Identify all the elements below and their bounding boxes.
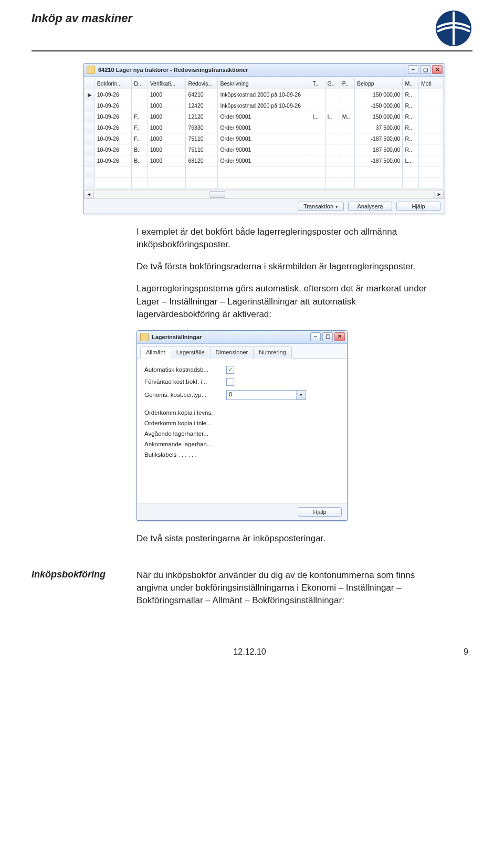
field-label: Avgående lagerhanter... <box>144 430 223 437</box>
table-cell: 1000 <box>148 155 186 166</box>
column-header[interactable]: Redovis... <box>186 78 218 89</box>
dialog-icon <box>140 333 149 341</box>
window-title-text: 64210 Lager nya traktorer - Redovisnings… <box>98 67 248 73</box>
table-cell: ▶ <box>85 89 95 100</box>
column-header[interactable]: T.. <box>310 78 325 89</box>
column-header[interactable]: Verifikati... <box>148 78 186 89</box>
form-row: Butikslabels . . . . . . <box>144 451 340 458</box>
table-cell: I.. <box>325 111 340 122</box>
table-cell <box>132 89 148 100</box>
column-header[interactable]: Belopp <box>354 78 403 89</box>
dropdown-value: 0 <box>227 391 296 400</box>
checkbox[interactable] <box>226 366 234 374</box>
analysera-button[interactable]: Analysera <box>348 202 392 211</box>
help-button[interactable]: Hjälp <box>396 202 440 211</box>
section-heading-inkopsbokforing: Inköpsbokföring <box>32 569 136 580</box>
minimize-button[interactable]: – <box>310 332 321 341</box>
table-cell: -150 000,00 <box>354 100 403 111</box>
column-header[interactable]: M.. <box>403 78 419 89</box>
window-icon <box>87 66 95 74</box>
table-cell: 37 500,00 <box>354 122 403 133</box>
table-cell: 10-09-26 <box>94 111 131 122</box>
column-header[interactable]: Bokförin... <box>94 78 131 89</box>
table-row[interactable]: 10-09-26B..100075110Order 90001187 500,0… <box>85 144 444 155</box>
column-header[interactable]: Beskrivning <box>218 78 310 89</box>
table-cell: 187 500,00 <box>354 144 403 155</box>
table-cell: 1000 <box>148 111 186 122</box>
minimize-button[interactable]: – <box>408 65 418 74</box>
table-row[interactable]: 10-09-26100012420Inköpskostnad 2000 på 1… <box>85 100 444 111</box>
table-cell: 1000 <box>148 100 186 111</box>
table-cell: R.. <box>403 133 419 144</box>
table-cell <box>325 144 340 155</box>
table-cell <box>85 111 95 122</box>
tab-numrering[interactable]: Numrering <box>253 346 291 359</box>
checkbox[interactable] <box>226 378 234 386</box>
column-header[interactable]: D.. <box>132 78 148 89</box>
scroll-track[interactable] <box>93 191 435 198</box>
dialog-help-button[interactable]: Hjälp <box>298 507 342 517</box>
table-row[interactable]: 10-09-26F..100076330Order 9000137 500,00… <box>85 122 444 133</box>
column-header[interactable] <box>85 78 95 89</box>
table-cell <box>418 111 443 122</box>
table-cell <box>85 100 95 111</box>
table-cell <box>310 100 325 111</box>
table-cell: 150 000,00 <box>354 89 403 100</box>
table-cell <box>85 122 95 133</box>
document-title: Inköp av maskiner <box>32 12 132 25</box>
tab-dimensioner[interactable]: Dimensioner <box>210 346 254 359</box>
close-button[interactable]: ✕ <box>432 65 443 74</box>
table-cell: R.. <box>403 144 419 155</box>
table-cell: Order 90001 <box>218 155 310 166</box>
scroll-thumb[interactable] <box>209 191 225 198</box>
table-cell: 10-09-26 <box>94 122 131 133</box>
tab-lagerställe[interactable]: Lagerställe <box>171 346 211 359</box>
table-cell: Inköpskostnad 2000 på 10-09-26 <box>218 100 310 111</box>
paragraph-2: De två första bokföringsraderna i skärmb… <box>136 260 430 273</box>
field-label: Ankommande lagerhan... <box>144 441 223 447</box>
scroll-left-button[interactable]: ◄ <box>85 191 93 198</box>
table-row[interactable]: 10-09-26B..100068120Order 90001-187 500,… <box>85 155 444 166</box>
paragraph-3: Lagerregleringsposterna görs automatisk,… <box>136 282 430 320</box>
table-cell: 10-09-26 <box>94 133 131 144</box>
table-cell: Order 90001 <box>218 122 310 133</box>
column-header[interactable]: P.. <box>340 78 354 89</box>
maximize-button[interactable]: ▢ <box>322 332 333 341</box>
column-header[interactable]: G.. <box>325 78 340 89</box>
table-cell: 10-09-26 <box>94 155 131 166</box>
dropdown[interactable]: 0▾ <box>226 390 306 400</box>
table-cell <box>85 133 95 144</box>
form-row: Orderkomm.kopia i levns. <box>144 409 340 416</box>
column-header[interactable]: Motl <box>418 78 443 89</box>
table-cell: -187 500,00 <box>354 155 403 166</box>
field-label: Butikslabels . . . . . . <box>144 451 223 458</box>
table-row <box>85 166 444 177</box>
maximize-button[interactable]: ▢ <box>420 65 430 74</box>
transaktion-button[interactable]: Transaktion▾ <box>298 202 344 211</box>
table-cell: -187 500,00 <box>354 133 403 144</box>
chevron-down-icon[interactable]: ▾ <box>296 391 306 400</box>
table-cell: B.. <box>132 155 148 166</box>
table-cell: F.. <box>132 111 148 122</box>
company-logo <box>435 9 472 47</box>
table-cell: 1000 <box>148 89 186 100</box>
table-cell: 75110 <box>186 133 218 144</box>
transactions-table: Bokförin...D..Verifikati...Redovis...Bes… <box>85 78 444 188</box>
table-cell <box>418 155 443 166</box>
table-cell: R.. <box>403 122 419 133</box>
table-cell <box>310 122 325 133</box>
dialog-title-text: Lagerinställningar <box>152 334 202 340</box>
tab-allmänt[interactable]: Allmänt <box>140 346 171 359</box>
table-cell: M.. <box>340 111 354 122</box>
table-row[interactable]: 10-09-26F..100012120Order 90001I...I..M.… <box>85 111 444 122</box>
table-cell: 1000 <box>148 122 186 133</box>
table-cell <box>325 100 340 111</box>
table-row[interactable]: ▶10-09-26100064210Inköpskostnad 2000 på … <box>85 89 444 100</box>
scroll-right-button[interactable]: ► <box>435 191 444 198</box>
table-cell <box>325 155 340 166</box>
close-button[interactable]: ✕ <box>334 332 345 341</box>
table-cell <box>310 89 325 100</box>
footer-date: 12.12.10 <box>233 647 266 657</box>
table-row[interactable]: 10-09-26F..100075110Order 90001-187 500,… <box>85 133 444 144</box>
horizontal-scrollbar[interactable]: ◄ ► <box>83 190 445 198</box>
